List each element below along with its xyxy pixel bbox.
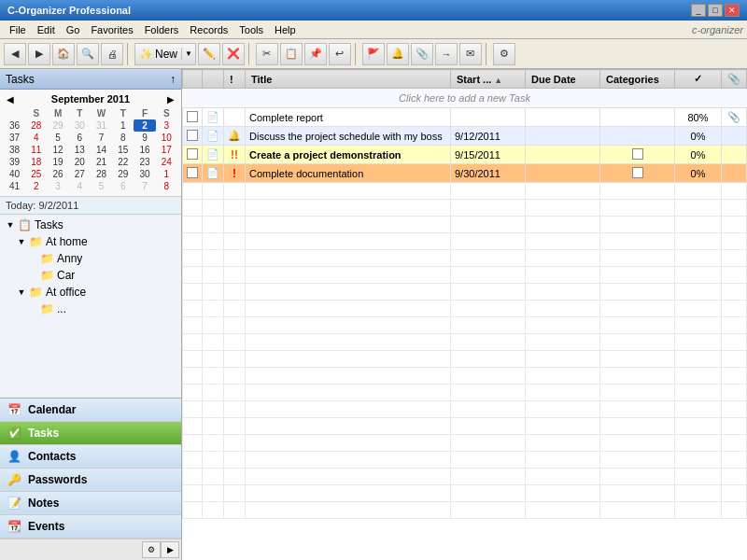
menu-go[interactable]: Go <box>61 22 86 37</box>
task-title[interactable]: Complete documentation <box>246 164 451 183</box>
category-checkbox[interactable] <box>632 148 643 160</box>
calendar-day[interactable]: 28 <box>91 168 112 180</box>
delete-button[interactable]: ❌ <box>222 43 245 65</box>
calendar-day[interactable]: 8 <box>112 132 134 144</box>
task-check[interactable] <box>183 127 203 146</box>
nav-btn-passwords[interactable]: 🔑Passwords <box>0 469 181 492</box>
checkbox-icon[interactable] <box>187 167 198 178</box>
menu-favorites[interactable]: Favorites <box>85 22 138 37</box>
new-button[interactable]: ✨ New <box>135 46 181 63</box>
send-button[interactable]: ✉ <box>459 43 482 65</box>
checkbox-icon[interactable] <box>187 148 198 160</box>
calendar-day[interactable]: 15 <box>112 144 134 156</box>
calendar-day[interactable]: 3 <box>47 180 68 192</box>
alarm-button[interactable]: 🔔 <box>387 43 409 65</box>
menu-folders[interactable]: Folders <box>139 22 185 37</box>
tree-item[interactable]: 📁Car <box>2 267 179 284</box>
calendar-day[interactable]: 9 <box>134 132 155 144</box>
task-check[interactable] <box>183 108 203 127</box>
move-button[interactable]: → <box>435 43 458 65</box>
back-button[interactable]: ◀ <box>4 43 26 65</box>
new-dropdown-arrow[interactable]: ▼ <box>181 48 195 60</box>
calendar-day[interactable]: 12 <box>47 144 68 156</box>
paste-button[interactable]: 📌 <box>304 43 327 65</box>
new-btn-group[interactable]: ✨ New ▼ <box>134 43 196 65</box>
table-row[interactable]: 📄!Complete documentation9/30/20110% <box>183 164 747 183</box>
minimize-button[interactable]: _ <box>691 4 706 17</box>
calendar-day[interactable]: 25 <box>25 168 47 180</box>
forward-button[interactable]: ▶ <box>28 43 50 65</box>
calendar-day[interactable]: 19 <box>47 156 68 168</box>
menu-file[interactable]: File <box>4 22 32 37</box>
calendar-day[interactable]: 24 <box>156 156 177 168</box>
task-title[interactable]: Complete report <box>246 108 451 127</box>
config-nav-button[interactable]: ⚙ <box>142 541 161 558</box>
tree-item[interactable]: 📁Anny <box>2 250 179 267</box>
calendar-day[interactable]: 2 <box>25 180 47 192</box>
category-checkbox[interactable] <box>632 167 643 178</box>
undo-button[interactable]: ↩ <box>329 43 351 65</box>
calendar-day[interactable]: 13 <box>69 144 91 156</box>
copy-button[interactable]: 📋 <box>280 43 303 65</box>
col-categories[interactable]: Categories <box>600 70 675 89</box>
calendar-day[interactable]: 23 <box>134 156 155 168</box>
calendar-day[interactable]: 7 <box>91 132 112 144</box>
calendar-day[interactable]: 17 <box>156 144 177 156</box>
calendar-day[interactable]: 10 <box>156 132 177 144</box>
calendar-day[interactable]: 6 <box>112 180 134 192</box>
calendar-day[interactable]: 30 <box>134 168 155 180</box>
task-title[interactable]: Create a project demonstration <box>246 146 451 164</box>
calendar-day[interactable]: 20 <box>69 156 91 168</box>
calendar-day[interactable]: 26 <box>47 168 68 180</box>
checkbox-icon[interactable] <box>187 130 198 141</box>
calendar-day[interactable]: 16 <box>134 144 155 156</box>
calendar-day[interactable]: 6 <box>69 132 91 144</box>
calendar-day[interactable]: 27 <box>69 168 91 180</box>
task-check[interactable] <box>183 146 203 164</box>
calendar-day[interactable]: 4 <box>69 180 91 192</box>
table-row[interactable]: 📄Complete report80%📎 <box>183 108 747 127</box>
checkbox-icon[interactable] <box>187 111 198 122</box>
task-tree[interactable]: ▼📋Tasks▼📁At home📁Anny📁Car▼📁At office📁... <box>0 215 181 398</box>
calendar-day[interactable]: 14 <box>91 144 112 156</box>
add-task-text[interactable]: Click here to add a new Task <box>183 89 747 108</box>
menu-records[interactable]: Records <box>184 22 233 37</box>
task-categories[interactable] <box>600 108 675 127</box>
cut-button[interactable]: ✂ <box>256 43 278 65</box>
tree-item[interactable]: 📁... <box>2 301 179 317</box>
table-row[interactable]: 📄🔔Discuss the project schedule with my b… <box>183 127 747 146</box>
calendar-day[interactable]: 29 <box>112 168 134 180</box>
calendar-day[interactable]: 7 <box>134 180 155 192</box>
calendar-day[interactable]: 28 <box>25 119 47 132</box>
nav-btn-calendar[interactable]: 📅Calendar <box>0 399 181 422</box>
task-title[interactable]: Discuss the project schedule with my bos… <box>246 127 451 146</box>
calendar-day[interactable]: 4 <box>25 132 47 144</box>
calendar-day[interactable]: 1 <box>112 119 134 132</box>
add-task-row[interactable]: Click here to add a new Task <box>183 89 747 108</box>
nav-btn-events[interactable]: 📆Events <box>0 515 181 539</box>
nav-btn-tasks[interactable]: ✅Tasks <box>0 422 181 445</box>
calendar-day[interactable]: 2 <box>134 119 155 132</box>
calendar-day[interactable]: 5 <box>47 132 68 144</box>
search-button[interactable]: 🔍 <box>77 43 99 65</box>
tree-expand-icon[interactable]: ▼ <box>17 237 26 246</box>
attach-button[interactable]: 📎 <box>411 43 433 65</box>
task-table-wrapper[interactable]: ! Title Start ... ▲ Due Date Categories … <box>182 69 747 560</box>
nav-btn-notes[interactable]: 📝Notes <box>0 492 181 515</box>
settings-button[interactable]: ⚙ <box>493 43 515 65</box>
col-due[interactable]: Due Date <box>526 70 600 89</box>
table-row[interactable]: 📄!!Create a project demonstration9/15/20… <box>183 146 747 164</box>
menu-tools[interactable]: Tools <box>233 22 269 37</box>
tree-expand-icon[interactable]: ▼ <box>6 220 15 230</box>
maximize-button[interactable]: □ <box>708 4 723 17</box>
calendar-day[interactable]: 18 <box>25 156 47 168</box>
task-categories[interactable] <box>600 127 675 146</box>
task-categories[interactable] <box>600 146 675 164</box>
calendar-day[interactable]: 21 <box>91 156 112 168</box>
calendar-day[interactable]: 1 <box>156 168 177 180</box>
calendar-day[interactable]: 29 <box>47 119 68 132</box>
task-check[interactable] <box>183 164 203 183</box>
tree-expand-icon[interactable]: ▼ <box>17 287 26 297</box>
home-button[interactable]: 🏠 <box>52 43 75 65</box>
calendar-day[interactable]: 11 <box>25 144 47 156</box>
